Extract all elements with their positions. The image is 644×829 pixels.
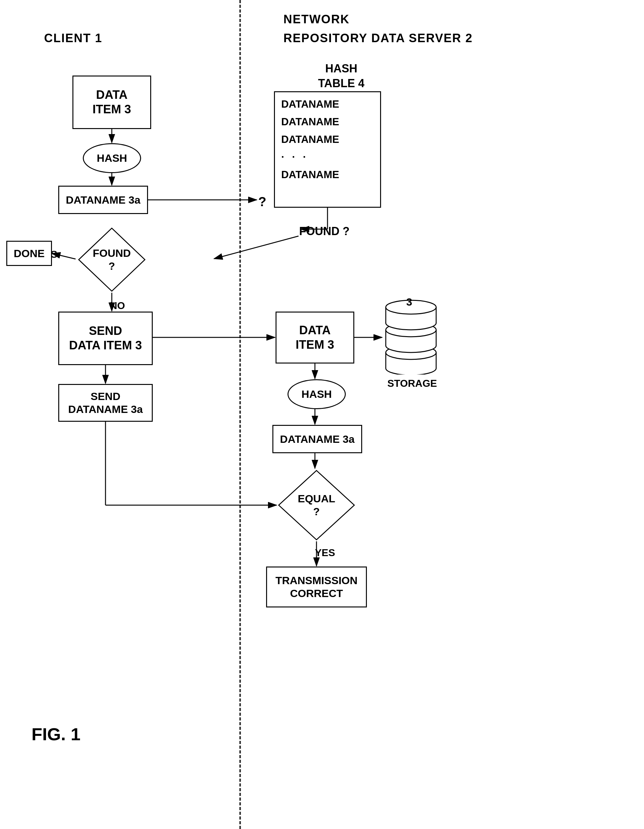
dataname-3a-right-box: DATANAME 3a (272, 425, 362, 453)
storage-label: STORAGE (387, 378, 434, 389)
diagram: NETWORK CLIENT 1 REPOSITORY DATA SERVER … (0, 0, 644, 829)
network-boundary-line (239, 0, 241, 829)
no-label: NO (110, 300, 125, 312)
found-label-right: FOUND ? (299, 225, 350, 238)
question-mark-label: ? (258, 194, 267, 209)
client-label: CLIENT 1 (44, 32, 103, 45)
found-diamond-container: FOUND ? (76, 227, 148, 293)
hash-oval-top: HASH (83, 143, 141, 173)
equal-diamond-container: EQUAL ? (277, 469, 356, 541)
yes-equal-label: YES (315, 547, 335, 559)
done-box: DONE (6, 241, 52, 266)
transmission-correct-box: TRANSMISSION CORRECT (266, 566, 367, 607)
storage-icon (383, 299, 439, 375)
server-label: REPOSITORY DATA SERVER 2 (283, 32, 473, 45)
svg-line-23 (214, 236, 298, 259)
fig-label: FIG. 1 (32, 724, 80, 744)
hash-table-box: DATANAME DATANAME DATANAME · · · DATANAM… (274, 91, 381, 208)
data-item-3-right-box: DATA ITEM 3 (276, 312, 354, 364)
hash-oval-right: HASH (287, 379, 346, 409)
hash-table-title: HASHTABLE 4 (318, 61, 365, 91)
network-label: NETWORK (283, 13, 350, 26)
dataname-3a-top-box: DATANAME 3a (58, 186, 148, 214)
storage-number: 3 (406, 296, 412, 308)
send-dataname-3a-box: SEND DATANAME 3a (58, 384, 153, 422)
data-item-3-top-box: DATA ITEM 3 (73, 76, 151, 129)
send-data-item-3-box: SEND DATA ITEM 3 (58, 312, 153, 365)
